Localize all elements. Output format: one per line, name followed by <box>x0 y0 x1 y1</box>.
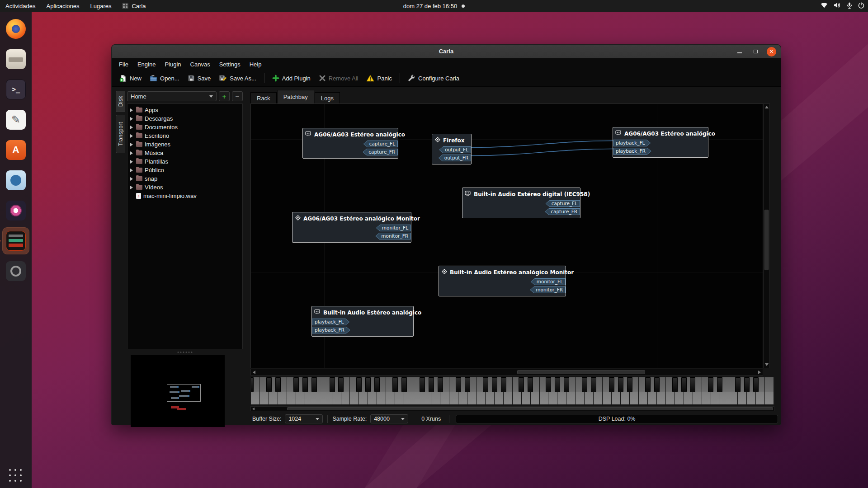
scroll-left-icon[interactable] <box>253 371 255 374</box>
black-key[interactable] <box>356 377 362 392</box>
tree-item-folder[interactable]: Plantillas <box>127 157 242 166</box>
black-key[interactable] <box>250 377 254 392</box>
black-key[interactable] <box>483 377 488 392</box>
expand-arrow-icon[interactable] <box>130 134 133 138</box>
black-key[interactable] <box>374 377 380 392</box>
port-monitor_FR[interactable]: monitor_FR <box>375 233 411 239</box>
black-key[interactable] <box>420 377 425 392</box>
black-key[interactable] <box>690 377 695 392</box>
add-location-button[interactable]: + <box>219 91 230 101</box>
toolbar-add-plugin-button[interactable]: Add Plugin <box>268 72 315 84</box>
port-capture_FR[interactable]: capture_FR <box>545 208 580 215</box>
tree-item-folder[interactable]: Apps <box>127 106 242 114</box>
black-key[interactable] <box>429 377 434 392</box>
black-key[interactable] <box>555 377 560 392</box>
power-icon[interactable] <box>858 2 864 10</box>
port-monitor_FL[interactable]: monitor_FL <box>376 225 411 231</box>
titlebar[interactable]: Carla ✕ <box>112 45 781 58</box>
black-key[interactable] <box>609 377 614 392</box>
dock-item-files[interactable] <box>3 46 29 72</box>
remove-location-button[interactable]: − <box>232 91 243 101</box>
dock-item-remote-desktop[interactable] <box>3 258 29 284</box>
black-key[interactable] <box>501 377 506 392</box>
tree-item-folder[interactable]: Escritorio <box>127 131 242 140</box>
expand-arrow-icon[interactable] <box>130 160 133 164</box>
port-playback_FL[interactable]: playback_FL <box>312 319 349 325</box>
black-key[interactable] <box>717 377 722 392</box>
microphone-icon[interactable] <box>847 2 852 10</box>
expand-arrow-icon[interactable] <box>130 126 133 129</box>
keyboard-scrollbar[interactable] <box>250 406 774 411</box>
black-key[interactable] <box>266 377 272 392</box>
patchbay-node-ag06-playback[interactable]: AG06/AG03 Estéreo analógicoplayback_FLpl… <box>613 127 708 158</box>
expand-arrow-icon[interactable] <box>130 151 133 155</box>
scroll-up-icon[interactable] <box>765 106 769 108</box>
port-output_FL[interactable]: output_FL <box>439 146 471 153</box>
tab-patchbay[interactable]: Patchbay <box>277 90 314 103</box>
expand-arrow-icon[interactable] <box>130 169 133 172</box>
black-key[interactable] <box>654 377 660 392</box>
patchbay-node-builtin-monitor[interactable]: Built-in Audio Estéreo analógico Monitor… <box>439 266 566 296</box>
menu-plugin[interactable]: Plugin <box>160 59 185 70</box>
black-key[interactable] <box>672 377 678 392</box>
close-button[interactable]: ✕ <box>767 47 776 56</box>
panel-splitter[interactable] <box>178 352 193 353</box>
toolbar-new-button[interactable]: New <box>115 72 146 84</box>
black-key[interactable] <box>492 377 497 392</box>
menu-help[interactable]: Help <box>245 59 266 70</box>
expand-arrow-icon[interactable] <box>130 177 133 181</box>
keyboard-scroll-left-icon[interactable] <box>252 408 255 410</box>
black-key[interactable] <box>735 377 741 392</box>
black-key[interactable] <box>293 377 299 392</box>
black-key[interactable] <box>401 377 407 392</box>
tab-rack[interactable]: Rack <box>250 92 277 103</box>
minimize-button[interactable] <box>735 47 744 56</box>
black-key[interactable] <box>744 377 750 392</box>
canvas-horizontal-scrollbar[interactable] <box>250 369 763 375</box>
black-key[interactable] <box>465 377 470 392</box>
show-applications-button[interactable] <box>9 469 23 483</box>
black-key[interactable] <box>645 377 651 392</box>
tree-item-file[interactable]: ♪mac-mini-limpio.wav <box>127 192 242 200</box>
black-key[interactable] <box>546 377 551 392</box>
expand-arrow-icon[interactable] <box>130 186 133 189</box>
dock-item-webcam[interactable] <box>3 197 29 224</box>
black-key[interactable] <box>519 377 524 392</box>
black-key[interactable] <box>456 377 461 392</box>
dock-item-ubuntu-software[interactable]: A <box>3 137 29 163</box>
clock[interactable]: dom 27 de feb 16:50 <box>403 3 457 9</box>
canvas-minimap[interactable] <box>131 355 225 427</box>
toolbar-save-button[interactable]: Save <box>184 72 215 84</box>
canvas-vertical-scrollbar[interactable] <box>763 103 770 368</box>
black-key[interactable] <box>618 377 623 392</box>
port-playback_FL[interactable]: playback_FL <box>613 140 651 146</box>
menu-canvas[interactable]: Canvas <box>186 59 215 70</box>
tree-item-folder[interactable]: Vídeos <box>127 183 242 192</box>
hscroll-thumb[interactable] <box>517 370 645 374</box>
scroll-right-icon[interactable] <box>758 371 761 374</box>
focused-app-menu[interactable]: Carla <box>117 0 151 12</box>
applications-menu[interactable]: Aplicaciones <box>41 0 85 12</box>
tree-item-folder[interactable]: Música <box>127 149 242 157</box>
patchbay-connection[interactable] <box>472 141 613 148</box>
black-key[interactable] <box>302 377 308 392</box>
dock-item-text-editor[interactable]: ✎ <box>3 107 29 133</box>
port-capture_FL[interactable]: capture_FL <box>363 141 398 147</box>
side-tab-transport[interactable]: Transport <box>116 115 125 153</box>
expand-arrow-icon[interactable] <box>130 117 133 121</box>
dock-item-software-updater[interactable] <box>3 167 29 193</box>
tree-item-folder[interactable]: Documentos <box>127 123 242 131</box>
keyboard-scroll-thumb[interactable] <box>287 407 773 410</box>
tree-item-folder[interactable]: Imágenes <box>127 140 242 149</box>
port-capture_FL[interactable]: capture_FL <box>546 200 580 207</box>
port-monitor_FR[interactable]: monitor_FR <box>530 286 566 293</box>
black-key[interactable] <box>681 377 687 392</box>
port-monitor_FL[interactable]: monitor_FL <box>531 278 566 285</box>
tree-item-folder[interactable]: Descargas <box>127 114 242 123</box>
black-key[interactable] <box>338 377 344 392</box>
menu-settings[interactable]: Settings <box>215 59 245 70</box>
patchbay-node-builtin-digital[interactable]: Built-in Audio Estéreo digital (IEC958)c… <box>462 188 580 218</box>
sample-rate-dropdown[interactable]: 48000 <box>370 414 408 423</box>
patchbay-canvas[interactable]: AG06/AG03 Estéreo analógicocapture_FLcap… <box>250 103 763 368</box>
black-key[interactable] <box>528 377 533 392</box>
